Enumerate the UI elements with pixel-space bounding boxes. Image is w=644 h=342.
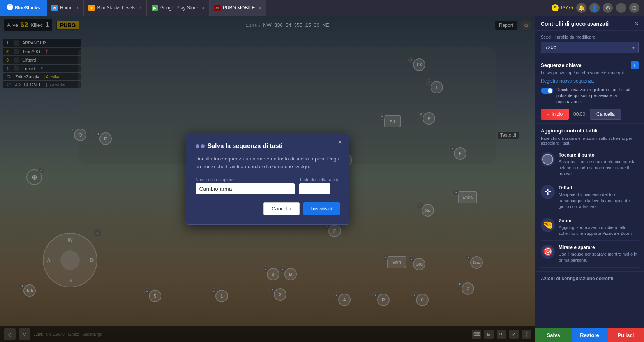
control-name-toccare: Toccare il punto — [559, 152, 639, 158]
register-link[interactable]: Registra nuova sequenza — [541, 78, 639, 84]
dialog-form: Nome della sequenza Tasto di scelta rapi… — [196, 177, 340, 194]
tab-pubg-mobile[interactable]: 🎮 PUBG MOBILE × — [210, 0, 266, 16]
tab-google-play-store[interactable]: ▶ Google Play Store × — [147, 0, 210, 16]
control-mirare[interactable]: 🎯 Mirare e sparare Usa il mouse per spar… — [541, 241, 639, 268]
tab-levels-label: BlueStacks Levels — [97, 5, 135, 11]
zoom-icon: 🤏 — [541, 218, 555, 232]
sequences-section: Sequenze chiave + Le sequenze tap / comb… — [535, 57, 644, 124]
control-desc-mirare: Usa il mouse per sparare mentre miri o i… — [559, 251, 639, 263]
control-name-mirare: Mirare e sparare — [559, 245, 639, 250]
control-info-dpad: D-Pad Mappare il movimento del tuo perso… — [559, 185, 639, 210]
settings-btn[interactable]: ⚙ — [603, 3, 613, 13]
form-group-name: Nome della sequenza — [196, 177, 295, 194]
tab-play-label: Google Play Store — [160, 5, 198, 11]
control-dpad[interactable]: ✛ D-Pad Mappare il movimento del tuo per… — [541, 181, 639, 214]
record-toggle[interactable] — [541, 88, 553, 94]
notification-btn[interactable]: 🔔 — [576, 3, 586, 13]
save-sequence-dialog: Salva la sequenza di tasti × Dai alla tu… — [186, 133, 349, 225]
toggle-desc: Decidi cosa vuoi registrare e fai clic s… — [556, 87, 639, 105]
toccare-circle-icon — [542, 154, 553, 165]
play-tab-icon: ▶ — [152, 5, 158, 11]
cancella-button[interactable]: Cancella — [590, 109, 621, 120]
topbar-right: $ 13775 🔔 👤 ⚙ − □ — [552, 3, 644, 13]
shortcut-key-input[interactable] — [299, 183, 330, 194]
tab-levels-close[interactable]: × — [139, 5, 142, 10]
mirare-icon: 🎯 — [541, 245, 555, 259]
control-toccare[interactable]: Toccare il punto Assegna il tocco su un … — [541, 148, 639, 181]
bluestacks-logo[interactable]: 🅑 BlueStacks — [0, 0, 47, 16]
dialog-actions: Cancella Inserisci — [196, 202, 340, 215]
panel-title: Controlli di gioco avanzati — [541, 21, 609, 27]
profile-section-label: Scegli il profilo da modificare — [541, 35, 639, 39]
timer-display: 00:00 — [573, 111, 585, 117]
control-desc-toccare: Assegna il tocco su un punto con questa … — [559, 159, 639, 177]
tab-bluestacks-levels[interactable]: ★ BlueStacks Levels × — [84, 0, 147, 16]
sequence-name-input[interactable] — [196, 183, 295, 194]
cancel-button[interactable]: Cancella — [263, 202, 300, 215]
profile-select-wrapper: 720p 1080p 480p ▼ — [541, 42, 639, 53]
inizio-button[interactable]: Inizio — [541, 109, 569, 120]
tab-home-close[interactable]: × — [76, 5, 79, 10]
profile-btn[interactable]: 👤 — [589, 3, 600, 13]
control-name-zoom: Zoom — [559, 218, 639, 224]
topbar: 🅑 BlueStacks 🏠 Home × ★ BlueStacks Level… — [0, 0, 644, 16]
game-area: Alive 62 Killed 1 PUBG 1.144m NW 330 34 … — [0, 16, 535, 342]
dialog-description: Dai alla tua sequenza un nome e un tasto… — [196, 155, 340, 170]
seq-header: Sequenze chiave + — [541, 61, 639, 69]
coin-icon: $ — [552, 4, 559, 11]
coins-display: $ 13775 — [552, 4, 573, 11]
toccare-icon — [541, 152, 555, 166]
dialog-title: Salva la sequenza di tasti — [208, 143, 283, 150]
form-name-label: Nome della sequenza — [196, 177, 295, 182]
record-actions: Inizio 00:00 Cancella — [541, 109, 639, 120]
seq-desc: Le sequenze tap / combo sono elencate qu… — [541, 71, 639, 75]
minimize-btn[interactable]: − — [616, 3, 626, 13]
tactile-controls-desc: Fare clic o trascinare le azioni sullo s… — [541, 136, 639, 145]
restore-button[interactable]: Restore — [572, 328, 608, 342]
panel-bottom-actions: Salva Restore Pulisci — [535, 328, 644, 342]
seq-title: Sequenze chiave — [541, 62, 582, 68]
coins-value: 13775 — [560, 5, 573, 11]
dot-1 — [196, 144, 199, 148]
insert-button[interactable]: Inserisci — [303, 202, 340, 215]
profile-section: Scegli il profilo da modificare 720p 108… — [535, 31, 644, 57]
tactile-controls-title: Aggiungi controlli tattili — [541, 128, 639, 134]
toggle-thumb — [548, 88, 552, 93]
control-desc-zoom: Aggiungi zoom avanti o indietro allo sch… — [559, 225, 639, 237]
dialog-header: Salva la sequenza di tasti — [196, 143, 340, 150]
tactile-controls-section: Aggiungi controlli tattili Fare clic o t… — [535, 124, 644, 272]
dpad-unicode-icon: ✛ — [544, 187, 551, 197]
right-panel: Controlli di gioco avanzati × Scegli il … — [535, 16, 644, 342]
mirare-unicode-icon: 🎯 — [543, 247, 553, 257]
home-tab-icon: 🏠 — [51, 5, 58, 11]
toggle-row: Decidi cosa vuoi registrare e fai clic s… — [541, 87, 639, 105]
levels-tab-icon: ★ — [88, 5, 95, 11]
panel-close-btn[interactable]: × — [635, 20, 639, 27]
control-desc-dpad: Mappare il movimento del tuo personaggio… — [559, 192, 639, 210]
seq-add-btn[interactable]: + — [631, 61, 639, 69]
zoom-unicode-icon: 🤏 — [543, 220, 553, 230]
tab-pubg-label: PUBG MOBILE — [223, 5, 255, 11]
current-actions-label: Azioni di configurazione correnti — [535, 272, 644, 285]
form-group-key: Tasto di scelta rapida — [299, 177, 339, 194]
control-info-toccare: Toccare il punto Assegna il tocco su un … — [559, 152, 639, 177]
form-key-label: Tasto di scelta rapida — [299, 177, 339, 182]
profile-select[interactable]: 720p 1080p 480p — [541, 42, 639, 53]
dialog-close-btn[interactable]: × — [336, 138, 344, 146]
logo-label: BlueStacks — [15, 5, 40, 11]
control-info-zoom: Zoom Aggiungi zoom avanti o indietro all… — [559, 218, 639, 237]
tab-pubg-close[interactable]: × — [259, 5, 261, 10]
tab-home-label: Home — [60, 5, 72, 11]
tab-play-close[interactable]: × — [202, 5, 204, 10]
pulisci-button[interactable]: Pulisci — [608, 328, 644, 342]
main-area: Alive 62 Killed 1 PUBG 1.144m NW 330 34 … — [0, 16, 644, 342]
panel-header: Controlli di gioco avanzati × — [535, 16, 644, 31]
dialog-dots — [196, 144, 205, 148]
tab-home[interactable]: 🏠 Home × — [47, 0, 84, 16]
pubg-tab-icon: 🎮 — [214, 5, 221, 11]
maximize-btn[interactable]: □ — [629, 3, 639, 13]
control-zoom[interactable]: 🤏 Zoom Aggiungi zoom avanti o indietro a… — [541, 214, 639, 241]
control-info-mirare: Mirare e sparare Usa il mouse per sparar… — [559, 245, 639, 263]
salva-button[interactable]: Salva — [535, 328, 572, 342]
dialog-overlay: Salva la sequenza di tasti × Dai alla tu… — [0, 16, 535, 342]
